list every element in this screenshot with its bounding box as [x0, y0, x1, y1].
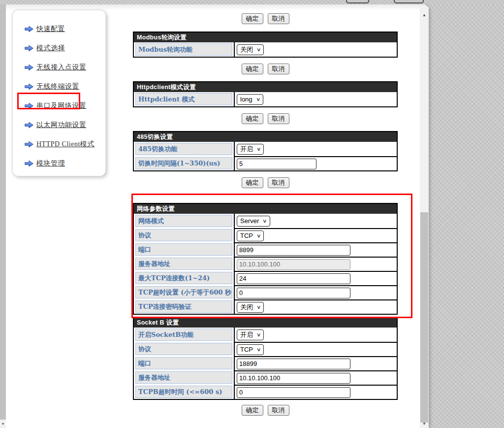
sidebar-item[interactable]: 以太网功能设置 [25, 120, 105, 130]
partial-button-left[interactable] [346, 0, 369, 3]
field-value-cell: 开启∨ [234, 328, 397, 342]
ok-button[interactable]: 确定 [242, 113, 263, 124]
text-input[interactable] [237, 288, 350, 298]
sidebar-link[interactable]: 模块管理 [36, 159, 65, 168]
dropdown-select[interactable]: Server∨ [237, 216, 270, 227]
sidebar-link[interactable]: HTTPD Client模式 [36, 140, 94, 149]
sidebar-item[interactable]: 模式选择 [25, 43, 105, 53]
field-value-cell: TCP∨ [234, 228, 397, 242]
frame-scrollbar-thumb[interactable] [420, 212, 428, 423]
text-input[interactable] [237, 159, 316, 169]
dropdown-select[interactable]: long∨ [237, 94, 263, 105]
config-row: 端口 [134, 356, 397, 370]
text-input-disabled [237, 259, 350, 270]
field-label: TCP连接密码验证 [135, 300, 232, 313]
chevron-down-icon: ∨ [262, 218, 267, 224]
field-value-cell [234, 285, 397, 299]
cancel-button[interactable]: 取消 [268, 113, 289, 124]
sidebar-item[interactable]: HTTPD Client模式 [25, 139, 105, 149]
scroll-up-icon[interactable]: ▲ [420, 11, 429, 19]
chevron-down-icon: ∨ [256, 332, 261, 337]
config-row: 最大TCP连接数(1~24) [134, 271, 397, 285]
section-title: 网络参数设置 [134, 204, 397, 214]
top-edge-strip [0, 0, 504, 4]
sidebar-item[interactable]: 无线终端设置 [25, 82, 105, 92]
cancel-button[interactable]: 取消 [268, 405, 289, 416]
config-row: 协议 TCP∨ [134, 228, 397, 242]
button-row-top: 确定 取消 [133, 13, 398, 24]
text-input[interactable] [237, 387, 350, 398]
field-value-cell: 关闭∨ [234, 299, 397, 314]
sidebar-item[interactable]: 模块管理 [25, 159, 105, 168]
sidebar-link[interactable]: 无线终端设置 [36, 82, 79, 91]
cancel-button[interactable]: 取消 [268, 177, 289, 188]
ok-button[interactable]: 确定 [242, 13, 263, 24]
field-value-cell [234, 271, 397, 285]
sidebar-link[interactable]: 以太网功能设置 [36, 121, 87, 130]
section-title: Modbus轮询设置 [134, 33, 397, 42]
cancel-button[interactable]: 取消 [268, 64, 289, 74]
scroll-down-icon[interactable]: ▼ [420, 420, 429, 428]
dropdown-select[interactable]: TCP∨ [237, 230, 264, 241]
field-label: 服务器地址 [135, 371, 232, 384]
dropdown-select[interactable]: 关闭∨ [237, 44, 264, 55]
ok-button[interactable]: 确定 [242, 177, 263, 188]
config-row: 485切换功能 开启∨ [134, 142, 397, 156]
section-title: Socket B 设置 [134, 318, 397, 328]
field-value-cell [234, 370, 397, 385]
sidebar-item[interactable]: 串口及网络设置 [25, 101, 105, 111]
config-row: 服务器地址 [134, 370, 397, 385]
partial-button-right[interactable] [394, 0, 424, 3]
section-485-switch: 485切换设置 485切换功能 开启∨ 切换时间间隔(1~350)(us) [133, 131, 398, 171]
field-label: TCPB超时时间 (<=600 s) [135, 386, 232, 398]
config-row: TCP连接密码验证 关闭∨ [134, 299, 397, 314]
config-row: TCP超时设置 (小于等于600 秒) [134, 285, 397, 299]
sidebar-item[interactable]: 快速配置 [25, 24, 105, 34]
dropdown-select[interactable]: 关闭∨ [237, 302, 264, 313]
field-value-cell [234, 242, 397, 257]
sidebar-link[interactable]: 串口及网络设置 [36, 101, 87, 110]
blue-arrow-icon [25, 141, 33, 148]
ok-button[interactable]: 确定 [242, 64, 263, 74]
text-input[interactable] [237, 373, 350, 384]
section-network-params: 网络参数设置 网络模式 Server∨ 协议 TCP∨ [133, 203, 398, 315]
field-label: Modbus轮询功能 [135, 43, 232, 56]
window-scrollbar-thumb[interactable] [0, 4, 6, 420]
sidebar-item[interactable]: 无线接入点设置 [25, 63, 105, 72]
field-label: 485切换功能 [135, 143, 232, 155]
text-input[interactable] [237, 245, 350, 256]
ok-button[interactable]: 确定 [242, 405, 263, 416]
sidebar-link[interactable]: 模式选择 [36, 44, 65, 53]
dropdown-select[interactable]: 开启∨ [237, 329, 264, 340]
sidebar-link[interactable]: 快速配置 [36, 25, 65, 33]
config-row: TCPB超时时间 (<=600 s) [134, 385, 397, 399]
field-label: 端口 [135, 243, 232, 256]
frame-scrollbar[interactable]: ▲ ▼ [420, 7, 429, 428]
text-input[interactable] [237, 359, 350, 369]
chevron-down-icon: ∨ [256, 304, 261, 310]
section-title: Httpdclient模式设置 [134, 82, 397, 92]
field-label: 协议 [135, 229, 232, 241]
cancel-button[interactable]: 取消 [268, 13, 289, 24]
field-value-cell: 开启∨ [234, 142, 397, 156]
config-row: 网络模式 Server∨ [134, 214, 397, 228]
blue-arrow-icon [25, 45, 33, 52]
scroll-down-icon[interactable]: ▼ [0, 420, 6, 428]
window-scrollbar[interactable]: ▼ [0, 0, 6, 428]
chevron-down-icon: ∨ [255, 97, 260, 102]
sidebar-link[interactable]: 无线接入点设置 [36, 63, 87, 72]
config-row: Httpdclient 模式 long∨ [134, 92, 397, 106]
field-value-cell: Server∨ [234, 214, 397, 228]
dropdown-select[interactable]: 开启∨ [237, 144, 264, 155]
field-value-cell [234, 156, 397, 170]
field-label: 网络模式 [135, 215, 232, 227]
field-value-cell: TCP∨ [234, 342, 397, 356]
blue-arrow-icon [25, 26, 33, 33]
config-row: 端口 [134, 242, 397, 257]
config-row: 开启SocketB功能 开启∨ [134, 328, 397, 342]
button-row: 确定 取消 [133, 113, 398, 124]
dropdown-select[interactable]: TCP∨ [237, 344, 264, 355]
field-label: 开启SocketB功能 [135, 329, 232, 341]
button-row: 确定 取消 [133, 177, 398, 188]
text-input[interactable] [237, 273, 350, 284]
